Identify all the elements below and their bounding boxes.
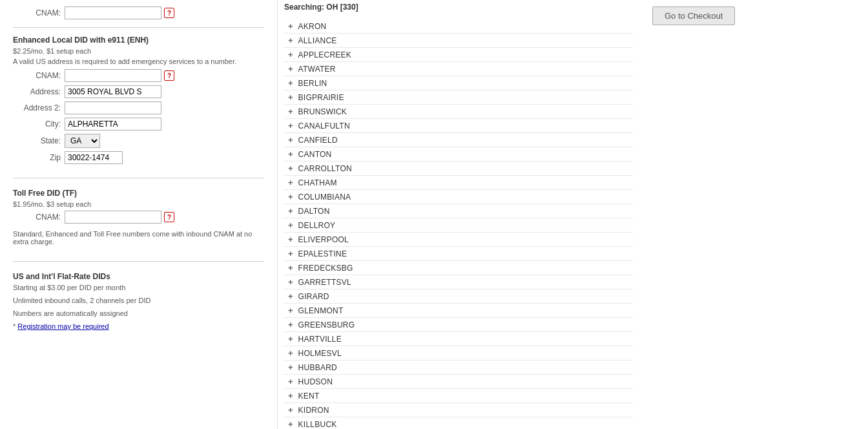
city-name: DALTON: [298, 207, 330, 216]
plus-icon: +: [288, 64, 293, 74]
plus-icon: +: [288, 362, 293, 372]
city-input[interactable]: [65, 118, 161, 131]
plus-icon: +: [288, 206, 293, 216]
city-name: KILLBUCK: [298, 420, 337, 429]
city-name: HUBBARD: [298, 363, 337, 372]
enhanced-section: Enhanced Local DID with e911 (ENH) $2.25…: [13, 36, 264, 178]
zip-input[interactable]: [65, 151, 123, 164]
city-name: KIDRON: [298, 406, 329, 415]
plus-icon: +: [288, 78, 293, 88]
list-item[interactable]: +HOLMESVL: [284, 346, 633, 361]
list-item[interactable]: +ALLIANCE: [284, 34, 633, 48]
city-name: ATWATER: [298, 65, 336, 74]
plus-icon: +: [288, 21, 293, 31]
city-name: CANFIELD: [298, 136, 338, 145]
list-item[interactable]: +ATWATER: [284, 62, 633, 76]
list-item[interactable]: +AKRON: [284, 19, 633, 34]
list-item[interactable]: +BRUNSWICK: [284, 105, 633, 119]
plus-icon: +: [288, 263, 293, 273]
list-item[interactable]: +EPALESTINE: [284, 247, 633, 261]
list-item[interactable]: +KIDRON: [284, 403, 633, 417]
list-item[interactable]: +GLENMONT: [284, 304, 633, 318]
plus-icon: +: [288, 334, 293, 344]
plus-icon: +: [288, 178, 293, 187]
plus-icon: +: [288, 306, 293, 315]
enhanced-note: A valid US address is required to add em…: [13, 58, 264, 65]
flatrate-line2: Unlimited inbound calls, 2 channels per …: [13, 297, 264, 304]
plus-icon: +: [288, 391, 293, 401]
plus-icon: +: [288, 92, 293, 102]
list-item[interactable]: +GARRETTSVL: [284, 275, 633, 289]
list-item[interactable]: +FREDECKSBG: [284, 261, 633, 275]
search-header: Searching: OH [330]: [284, 0, 633, 14]
top-cnam-label: CNAM:: [13, 8, 65, 17]
checkout-button[interactable]: Go to Checkout: [652, 6, 735, 25]
address-input[interactable]: [65, 85, 161, 98]
tollfree-cnam-help[interactable]: ?: [164, 212, 174, 222]
city-list: +AKRON+ALLIANCE+APPLECREEK+ATWATER+BERLI…: [284, 19, 633, 429]
list-item[interactable]: +CHATHAM: [284, 176, 633, 190]
list-item[interactable]: +GIRARD: [284, 289, 633, 304]
list-item[interactable]: +KENT: [284, 389, 633, 403]
plus-icon: +: [288, 163, 293, 173]
list-item[interactable]: +DALTON: [284, 204, 633, 218]
right-panel: Go to Checkout: [639, 0, 868, 429]
list-item[interactable]: +GREENSBURG: [284, 318, 633, 332]
list-item[interactable]: +CANFIELD: [284, 133, 633, 147]
enhanced-cnam-input[interactable]: [65, 69, 161, 82]
list-item[interactable]: +KILLBUCK: [284, 417, 633, 429]
tollfree-cnam-input[interactable]: [65, 211, 161, 224]
plus-icon: +: [288, 235, 293, 244]
tollfree-price: $1.95/mo. $3 setup each: [13, 200, 264, 208]
plus-icon: +: [288, 107, 293, 116]
tollfree-title: Toll Free DID (TF): [13, 189, 264, 198]
top-cnam-input[interactable]: [65, 6, 161, 19]
enhanced-cnam-help[interactable]: ?: [164, 70, 174, 81]
top-cnam-help[interactable]: ?: [164, 8, 174, 18]
list-item[interactable]: +HUBBARD: [284, 361, 633, 375]
city-name: BERLIN: [298, 79, 327, 88]
list-item[interactable]: +BIGPRAIRIE: [284, 90, 633, 105]
city-name: FREDECKSBG: [298, 264, 353, 273]
address2-input[interactable]: [65, 101, 161, 114]
list-item[interactable]: +HARTVILLE: [284, 332, 633, 346]
left-panel: CNAM: ? Enhanced Local DID with e911 (EN…: [0, 0, 278, 429]
city-name: KENT: [298, 392, 320, 401]
list-item[interactable]: +HUDSON: [284, 375, 633, 389]
city-name: HARTVILLE: [298, 335, 342, 344]
list-item[interactable]: +ELIVERPOOL: [284, 233, 633, 247]
list-item[interactable]: +DELLROY: [284, 218, 633, 233]
city-label: City:: [13, 120, 65, 129]
address2-label: Address 2:: [13, 103, 65, 112]
flatrate-title: US and Int'l Flat-Rate DIDs: [13, 272, 264, 281]
flatrate-reg: * Registration may be required: [13, 322, 264, 330]
list-item[interactable]: +CARROLLTON: [284, 162, 633, 176]
city-name: GREENSBURG: [298, 320, 355, 330]
city-name: AKRON: [298, 22, 327, 31]
plus-icon: +: [288, 121, 293, 131]
city-name: BIGPRAIRIE: [298, 93, 344, 102]
plus-icon: +: [288, 405, 293, 415]
address-label: Address:: [13, 87, 65, 96]
flatrate-reg-link[interactable]: Registration may be required: [17, 322, 108, 330]
list-item[interactable]: +COLUMBIANA: [284, 190, 633, 204]
city-name: CANALFULTN: [298, 121, 350, 131]
list-item[interactable]: +CANALFULTN: [284, 119, 633, 133]
plus-icon: +: [288, 320, 293, 330]
city-name: ELIVERPOOL: [298, 235, 349, 244]
list-item[interactable]: +BERLIN: [284, 76, 633, 90]
city-name: APPLECREEK: [298, 50, 351, 59]
plus-icon: +: [288, 291, 293, 301]
plus-icon: +: [288, 348, 293, 358]
flatrate-line1: Starting at $3.00 per DID per month: [13, 284, 264, 291]
city-name: GLENMONT: [298, 306, 344, 315]
city-name: BRUNSWICK: [298, 107, 347, 116]
city-name: DELLROY: [298, 221, 336, 230]
city-name: HOLMESVL: [298, 349, 342, 358]
list-item[interactable]: +CANTON: [284, 147, 633, 162]
list-item[interactable]: +APPLECREEK: [284, 48, 633, 62]
plus-icon: +: [288, 377, 293, 386]
state-select[interactable]: GA OH CA NY TX: [65, 134, 100, 148]
city-name: CANTON: [298, 150, 332, 159]
city-name: HUDSON: [298, 377, 333, 386]
